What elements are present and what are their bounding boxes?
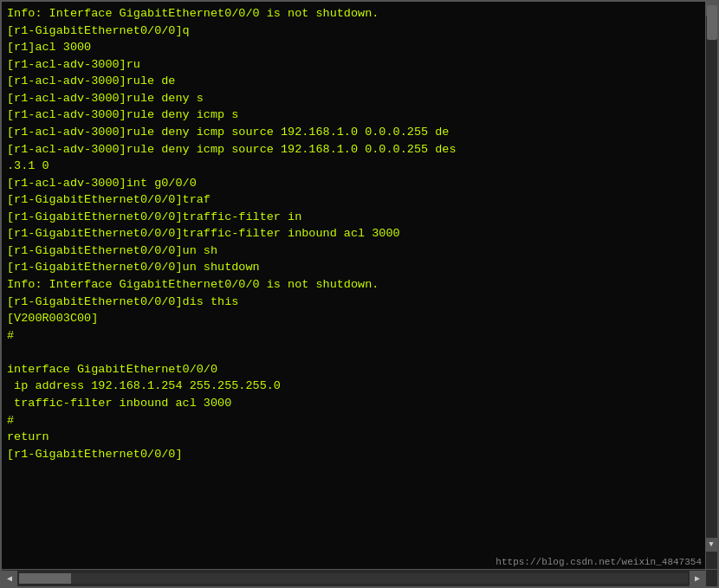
terminal-line: return bbox=[7, 429, 712, 446]
vertical-scrollbar[interactable]: ▲ ▼ bbox=[705, 2, 717, 569]
terminal-line: ip address 192.168.1.254 255.255.255.0 bbox=[7, 378, 712, 395]
terminal-line: [r1-GigabitEthernet0/0/0] bbox=[7, 446, 712, 463]
watermark: https://blog.csdn.net/weixin_4847354 bbox=[496, 557, 702, 567]
terminal-line: [r1-acl-adv-3000]rule deny icmp source 1… bbox=[7, 124, 712, 141]
terminal-line: [V200R003C00] bbox=[7, 310, 712, 327]
scrollbar-thumb[interactable] bbox=[707, 5, 717, 40]
scrollbar-corner bbox=[705, 569, 717, 586]
terminal-line: Info: Interface GigabitEthernet0/0/0 is … bbox=[7, 276, 712, 294]
terminal-line: Info: Interface GigabitEthernet0/0/0 is … bbox=[7, 5, 712, 23]
terminal-line: [r1-GigabitEthernet0/0/0]q bbox=[7, 23, 712, 40]
scroll-right-button[interactable]: ▶ bbox=[690, 571, 705, 586]
horizontal-scrollbar[interactable]: ◀ ▶ bbox=[2, 569, 705, 586]
terminal-line: # bbox=[7, 327, 712, 345]
terminal-content[interactable]: Info: Interface GigabitEthernet0/0/0 is … bbox=[2, 2, 717, 586]
terminal-line: [r1]acl 3000 bbox=[7, 39, 712, 56]
h-scrollbar-thumb[interactable] bbox=[19, 573, 71, 584]
terminal-line: [r1-GigabitEthernet0/0/0]un shutdown bbox=[7, 259, 712, 276]
terminal-line: interface GigabitEthernet0/0/0 bbox=[7, 361, 712, 378]
terminal-line: [r1-acl-adv-3000]rule deny s bbox=[7, 90, 712, 107]
terminal-line: [r1-GigabitEthernet0/0/0]traf bbox=[7, 191, 712, 209]
terminal-line: # bbox=[7, 412, 712, 430]
terminal-line: [r1-GigabitEthernet0/0/0]un sh bbox=[7, 242, 712, 260]
terminal-line bbox=[7, 344, 712, 361]
terminal-line: [r1-acl-adv-3000]ru bbox=[7, 56, 712, 74]
terminal-line: [r1-acl-adv-3000]rule deny icmp source 1… bbox=[7, 141, 712, 158]
scroll-down-button[interactable]: ▼ bbox=[705, 538, 717, 552]
terminal-line: .3.1 0 bbox=[7, 158, 712, 175]
scroll-left-button[interactable]: ◀ bbox=[2, 571, 17, 586]
terminal-line: [r1-acl-adv-3000]rule de bbox=[7, 73, 712, 90]
terminal-window: Info: Interface GigabitEthernet0/0/0 is … bbox=[0, 0, 719, 588]
terminal-line: [r1-acl-adv-3000]rule deny icmp s bbox=[7, 107, 712, 124]
terminal-line: traffic-filter inbound acl 3000 bbox=[7, 395, 712, 412]
h-scrollbar-track bbox=[19, 573, 688, 584]
terminal-line: [r1-acl-adv-3000]int g0/0/0 bbox=[7, 175, 712, 192]
terminal-line: [r1-GigabitEthernet0/0/0]traffic-filter … bbox=[7, 225, 712, 242]
terminal-line: [r1-GigabitEthernet0/0/0]traffic-filter … bbox=[7, 209, 712, 226]
terminal-line: [r1-GigabitEthernet0/0/0]dis this bbox=[7, 294, 712, 311]
